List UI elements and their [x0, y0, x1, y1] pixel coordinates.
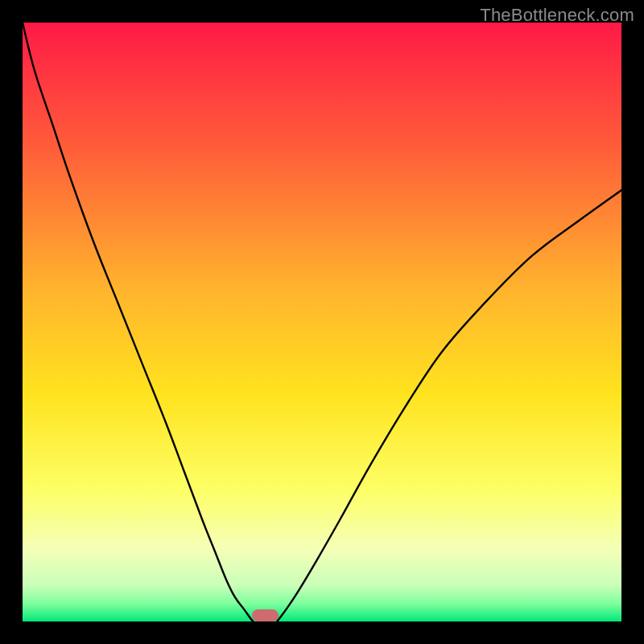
curve-left	[23, 23, 253, 621]
watermark-text: TheBottleneck.com	[480, 5, 634, 26]
chart-frame: TheBottleneck.com	[0, 0, 644, 644]
curve-right	[277, 190, 621, 621]
plot-area	[23, 23, 621, 621]
bottleneck-curve	[23, 23, 621, 621]
optimum-marker	[252, 609, 279, 621]
